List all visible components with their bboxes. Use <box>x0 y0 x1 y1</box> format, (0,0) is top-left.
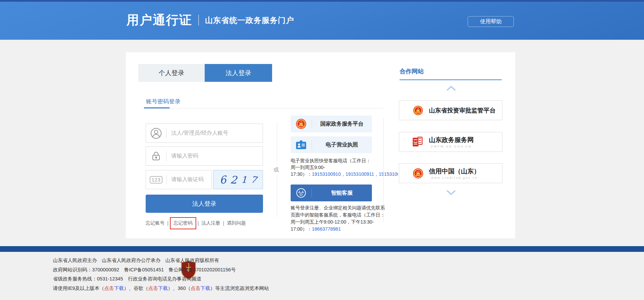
national-gov-platform-button[interactable]: 国家政务服务平台 <box>291 115 372 132</box>
captcha-digit: 1 <box>241 174 247 185</box>
e-business-license-button[interactable]: 电子营业执照 <box>291 136 372 153</box>
hotline-line2: 周一到周五9:00- <box>291 164 402 171</box>
national-emblem-icon <box>291 118 312 130</box>
or-divider-line <box>277 122 277 163</box>
method-underline-track <box>144 108 383 108</box>
account-field[interactable]: 法人/管理员/经办人账号 <box>146 124 263 143</box>
hotline-line3: 17:30）：19153100910，19153100911，191531009… <box>291 171 398 177</box>
ie-download-link[interactable]: 点击下载 <box>104 286 124 291</box>
lock-icon <box>146 151 166 162</box>
robot-headset-icon <box>291 187 312 199</box>
footer-line-hotline: 省级政务服务热线：0531-12345 行政业务咨询电话见办事咨询频道 <box>53 274 269 284</box>
login-card: 个人登录 法人登录 账号密码登录 法人/管理员/经办人账号 请输入密码 <box>126 52 515 238</box>
partner-site-name: 信用中国（山东） <box>429 167 480 176</box>
captcha-digit: 7 <box>250 174 257 185</box>
smart-customer-service-button[interactable]: 智能客服 <box>291 185 372 201</box>
legal-login-submit-button[interactable]: 法人登录 <box>146 195 263 213</box>
captcha-field[interactable]: 123 请输入验证码 <box>146 170 212 189</box>
shandong-seal-logo <box>410 137 426 147</box>
forgot-account-link[interactable]: 忘记账号 <box>146 220 165 226</box>
captcha-123-icon: 123 <box>146 176 166 184</box>
or-divider-line <box>277 175 277 217</box>
field-divider <box>166 151 167 161</box>
footer-text-block: 山东省人民政府主办 山东省人民政府办公厅承办 山东省人民政府版权所有 政府网站识… <box>53 256 269 293</box>
partners-divider-line <box>383 118 384 222</box>
method-tab-account-password[interactable]: 账号密码登录 <box>146 98 180 105</box>
hotline-line1: 电子营业执照快登客服电话（工作日： <box>291 157 402 164</box>
captcha-image[interactable]: 6 2 1 7 <box>213 170 263 189</box>
trouble-link[interactable]: 遇到问题 <box>227 220 246 226</box>
360-download-link[interactable]: 点击下载 <box>191 286 210 291</box>
captcha-placeholder: 请输入验证码 <box>171 176 204 183</box>
chrome-download-link[interactable]: 点击下载 <box>148 286 168 291</box>
national-emblem-icon <box>410 168 426 179</box>
partner-card-shandong-service-net[interactable]: 山东政务服务网 ZWFW.SD.GOV.CN <box>399 132 502 152</box>
highlight-box: 忘记密码 <box>170 217 196 229</box>
e-license-card-icon <box>291 140 312 150</box>
e-license-hotline-text: 电子营业执照快登客服电话（工作日： 周一到周五9:00- 17:30）：1915… <box>291 157 402 177</box>
captcha-digit: 2 <box>230 173 237 186</box>
partner-sites-title: 合作网站 <box>400 67 424 75</box>
link-separator: | <box>167 221 169 226</box>
partner-sites-underline <box>400 79 502 80</box>
or-text: 或 <box>273 165 279 175</box>
account-placeholder: 法人/管理员/经办人账号 <box>171 130 228 137</box>
field-divider <box>166 128 167 138</box>
password-placeholder: 请输入密码 <box>171 153 198 160</box>
smart-service-phone-link[interactable]: 18663778981 <box>312 226 341 232</box>
brand: 用户通行证 山东省统一政务服务门户 <box>126 12 294 29</box>
link-separator: | <box>223 221 224 226</box>
smart-service-note: 账号登录注册、企业绑定相关问题请优先联系页面中的智能客服系统，客服电话（工作日：… <box>291 204 387 233</box>
help-button[interactable]: 使用帮助 <box>468 16 514 27</box>
field-divider <box>166 175 167 185</box>
page-header: 用户通行证 山东省统一政务服务门户 使用帮助 <box>0 2 644 40</box>
partner-site-url: ZWFW.SD.GOV.CN <box>429 145 474 148</box>
footer-line-browser: 请使用IE9及以上版本（点击下载）、谷歌（点击下载）、360（点击下载）等主流浏… <box>53 284 269 293</box>
page-title: 用户通行证 <box>126 12 192 29</box>
page-subtitle: 山东省统一政务服务门户 <box>205 15 294 26</box>
legal-register-link[interactable]: 法人注册 <box>201 220 220 226</box>
footer-accent-bar <box>0 246 644 252</box>
footer-line-sponsor: 山东省人民政府主办 山东省人民政府办公厅承办 山东省人民政府版权所有 <box>53 256 269 265</box>
partner-card-investment-platform[interactable]: 山东省投资审批监管平台 <box>399 100 502 120</box>
forgot-password-link[interactable]: 忘记密码 <box>174 220 193 226</box>
partner-site-name: 山东政务服务网 <box>429 136 474 144</box>
national-emblem-icon <box>410 105 426 116</box>
national-gov-platform-label: 国家政务服务平台 <box>312 121 372 128</box>
password-field[interactable]: 请输入密码 <box>146 146 263 166</box>
footer-line-registration: 政府网站识别码：3700000092 鲁ICP备05051451 鲁公网安备37… <box>53 265 269 275</box>
tab-legal-login[interactable]: 法人登录 <box>205 64 272 82</box>
user-icon <box>146 127 166 139</box>
title-divider <box>198 15 199 26</box>
partner-card-credit-china[interactable]: 信用中国（山东） www.creditsd.gov.cn <box>399 163 502 183</box>
e-business-license-label: 电子营业执照 <box>312 141 372 148</box>
captcha-digit: 6 <box>219 173 227 186</box>
smart-service-label: 智能客服 <box>312 190 372 197</box>
carousel-up-chevron-icon[interactable] <box>447 86 456 91</box>
footer: 山东省人民政府主办 山东省人民政府办公厅承办 山东省人民政府版权所有 政府网站识… <box>0 252 644 300</box>
method-underline-active <box>144 107 170 108</box>
tab-personal-login[interactable]: 个人登录 <box>138 64 205 82</box>
login-links-row: 忘记账号 | 忘记密码 | 法人注册 | 遇到问题 <box>146 217 246 229</box>
partner-site-url: www.creditsd.gov.cn <box>429 176 480 179</box>
partner-site-name: 山东省投资审批监管平台 <box>429 106 496 114</box>
e-license-phone-links[interactable]: 19153100910，19153100911，19153100912 <box>312 171 398 177</box>
carousel-down-chevron-icon[interactable] <box>447 190 456 195</box>
link-separator: | <box>198 221 199 226</box>
